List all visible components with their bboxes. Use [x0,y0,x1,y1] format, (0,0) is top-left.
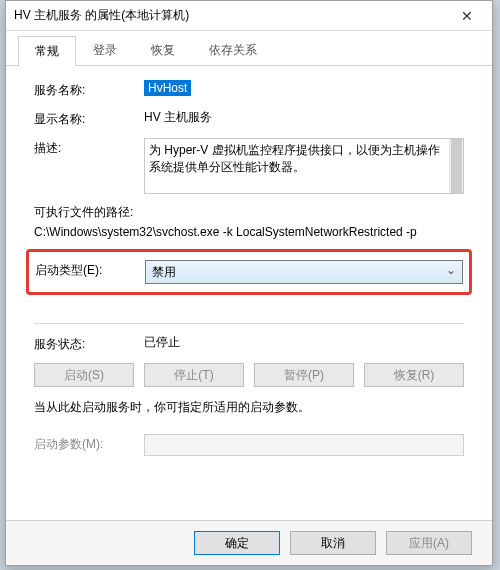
start-params-label: 启动参数(M): [34,434,144,453]
close-button[interactable]: ✕ [446,2,488,30]
description-label: 描述: [34,138,144,157]
startup-type-select[interactable]: 禁用 [145,260,463,284]
pause-button[interactable]: 暂停(P) [254,363,354,387]
start-button[interactable]: 启动(S) [34,363,134,387]
startup-type-label: 启动类型(E): [35,260,145,279]
stop-button[interactable]: 停止(T) [144,363,244,387]
close-icon: ✕ [461,8,473,24]
divider [34,323,464,324]
description-text: 为 Hyper-V 虚拟机监控程序提供接口，以便为主机操作系统提供单分区性能计数… [149,143,440,174]
exe-path-label: 可执行文件的路径: [34,204,464,221]
start-params-input[interactable] [144,434,464,456]
content-area: 服务名称: HvHost 显示名称: HV 主机服务 描述: 为 Hyper-V… [6,66,492,456]
start-params-note: 当从此处启动服务时，你可指定所适用的启动参数。 [34,399,464,416]
tab-strip: 常规 登录 恢复 依存关系 [6,31,492,66]
service-status-label: 服务状态: [34,334,144,353]
dialog-footer: 确定 取消 应用(A) [6,520,492,565]
tab-recovery[interactable]: 恢复 [134,35,192,65]
window-title: HV 主机服务 的属性(本地计算机) [14,7,446,24]
ok-button[interactable]: 确定 [194,531,280,555]
tab-general[interactable]: 常规 [18,36,76,66]
description-scrollbar[interactable] [449,139,463,193]
properties-dialog: HV 主机服务 的属性(本地计算机) ✕ 常规 登录 恢复 依存关系 服务名称:… [5,0,493,566]
apply-button[interactable]: 应用(A) [386,531,472,555]
service-name-value[interactable]: HvHost [144,80,191,96]
service-name-label: 服务名称: [34,80,144,99]
exe-path-value: C:\Windows\system32\svchost.exe -k Local… [34,225,464,239]
display-name-label: 显示名称: [34,109,144,128]
service-status-value: 已停止 [144,334,180,351]
startup-type-highlight: 启动类型(E): 禁用 [26,249,472,295]
resume-button[interactable]: 恢复(R) [364,363,464,387]
tab-dependencies[interactable]: 依存关系 [192,35,274,65]
cancel-button[interactable]: 取消 [290,531,376,555]
tab-logon[interactable]: 登录 [76,35,134,65]
startup-type-value: 禁用 [152,264,176,281]
display-name-value: HV 主机服务 [144,109,212,126]
description-box[interactable]: 为 Hyper-V 虚拟机监控程序提供接口，以便为主机操作系统提供单分区性能计数… [144,138,464,194]
titlebar[interactable]: HV 主机服务 的属性(本地计算机) ✕ [6,1,492,31]
